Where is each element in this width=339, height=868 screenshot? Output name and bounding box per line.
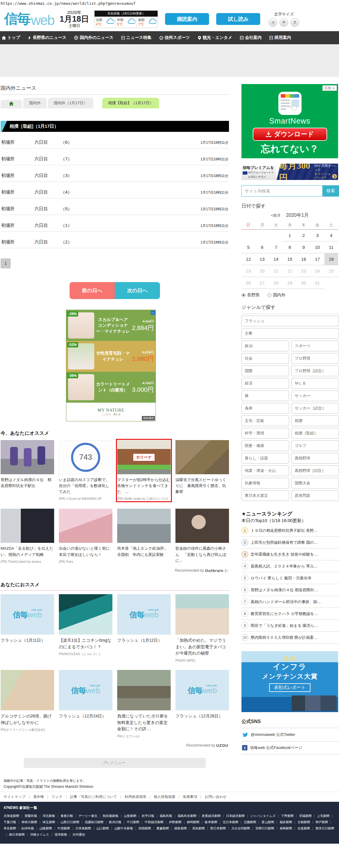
premium-banner-ad[interactable]: 信毎プレミアムを NTTグループカードで お支払いすると 毎月300円 20ケ月…	[242, 164, 338, 180]
newspaper-link[interactable]: 山形新聞	[124, 814, 136, 817]
genre-button[interactable]: 政治	[242, 341, 289, 351]
newspaper-link[interactable]: 中日新聞	[127, 820, 139, 824]
newspaper-link[interactable]: 大分合同新聞	[231, 827, 250, 830]
newspaper-link[interactable]: 南日本新聞	[9, 833, 25, 836]
newspaper-link[interactable]: 山口新聞	[96, 827, 109, 830]
calendar-date-13[interactable]: 13	[255, 253, 269, 265]
newspaper-link[interactable]: 日本海新聞	[75, 827, 91, 830]
ranking-item[interactable]: 2上田市が別所線鉄橋保有で調整 国の…	[242, 536, 339, 549]
calendar-date-9[interactable]: 9	[297, 241, 310, 253]
calendar-date-15[interactable]: 15	[283, 253, 296, 265]
newspaper-link[interactable]: 岐阜新聞	[205, 820, 217, 824]
newspaper-link[interactable]: 室蘭民報	[25, 814, 37, 817]
newspaper-link[interactable]: 秋田魁新報	[103, 814, 118, 817]
adchoices-icon[interactable]: ▷	[151, 311, 155, 315]
mynature-ad-row[interactable]: -36%カラートリートメント（白髪用）4,730円3,000円	[66, 372, 156, 403]
ranking-item[interactable]: 8教育実習生にセクハラ 小学校教諭を…	[242, 608, 339, 620]
newspaper-link[interactable]: 岩手日報	[142, 814, 154, 817]
newspaper-link[interactable]: 北海道新聞	[4, 814, 19, 817]
newspaper-link[interactable]: 福島民報	[160, 814, 172, 817]
footer-link[interactable]: リンク	[52, 795, 62, 799]
tab-1[interactable]: 国内外	[23, 98, 47, 108]
ranking-item[interactable]: 4新高校入試、２０２４年春から 導入…	[242, 560, 339, 572]
footer-link[interactable]: サイトマップ	[4, 795, 26, 799]
genre-button[interactable]: 原発問題	[291, 490, 339, 501]
genre-button[interactable]: 文化・芸能	[242, 415, 289, 426]
mynature-ad-row[interactable]: -52%女性用育毛剤・マイナチュレ6,226円2,980円	[66, 341, 156, 372]
genre-button[interactable]: スポーツ	[291, 341, 339, 351]
ranking-item[interactable]: 5ロウバイ 愛らしく 飯田・元善光寺	[242, 572, 339, 584]
newspaper-link[interactable]: 下野新聞	[281, 814, 293, 817]
newspaper-link[interactable]: 福島民友新聞	[177, 814, 196, 817]
smartnews-ad[interactable]: 広告 ∨ ☚ SmartNews ダウンロード 忘れてない？	[242, 84, 338, 158]
recommend-card[interactable]: 温暖化で台風スピードゆっくりに 暴風雨長引く懸念、気象研	[175, 440, 229, 501]
genre-button[interactable]: 地震・津波・火山	[242, 465, 289, 476]
genre-button[interactable]: サッカー	[291, 391, 339, 401]
page-number-1[interactable]: 1	[1, 258, 11, 269]
newspaper-link[interactable]: デーリー東北	[79, 814, 97, 817]
recommend-card[interactable]: 信毎信濃毎日新聞webフラッシュ（12月24日）	[59, 670, 112, 739]
calendar-date-4[interactable]: 4	[324, 229, 338, 241]
newspaper-link[interactable]: 山梨日日新聞	[60, 820, 79, 824]
newspaper-link[interactable]: 東奥日報	[60, 814, 73, 817]
genre-button[interactable]: 気象情報	[242, 478, 289, 489]
infra-maintenance-ad[interactable]: 第3回 インフラ メンテナンス大賞 表彰式レポート	[242, 651, 338, 712]
genre-button[interactable]: ゴルフ	[291, 440, 339, 451]
article-row[interactable]: 初場所六日目（1）1月17日18時11分	[1, 215, 229, 231]
calendar-date-3[interactable]: 3	[310, 229, 324, 241]
newspaper-link[interactable]: 埼玉新聞	[43, 820, 55, 824]
ranking-item[interactable]: 7高校のハンドボール部活中の事故、損…	[242, 596, 339, 608]
calendar-date-18[interactable]: 18	[324, 253, 338, 265]
newspaper-link[interactable]: 中国新聞	[57, 827, 70, 830]
calendar-date-8[interactable]: 8	[283, 241, 296, 253]
genre-button[interactable]: 相撲	[291, 415, 339, 426]
newspaper-link[interactable]: 産業経済新聞	[202, 814, 220, 817]
calendar-date-1[interactable]: 1	[283, 229, 296, 241]
genre-button[interactable]: フラッシュ	[242, 316, 339, 327]
ranking-item[interactable]: 6長野はメダル肉薄の４位 都道府県対…	[242, 584, 339, 596]
newspaper-link[interactable]: 日本経済新聞	[226, 814, 245, 817]
download-button[interactable]: ダウンロード	[253, 128, 327, 141]
nav-item-tourism-entertainment[interactable]: 観光・エンタメ	[198, 35, 232, 40]
genre-button[interactable]: 株	[242, 391, 289, 401]
newspaper-link[interactable]: 紀伊民報	[21, 827, 34, 830]
newspaper-link[interactable]: 山陰中央新報	[114, 827, 133, 830]
footer-link[interactable]: 利用推奨環境	[124, 795, 146, 799]
fontsize-option-1[interactable]: 中	[280, 18, 288, 27]
calendar-date-16[interactable]: 16	[297, 253, 310, 265]
ranking-item[interactable]: 10県内医師５０５人増目標 県が計画案…	[242, 631, 339, 644]
newspaper-link[interactable]: 西日本新聞	[210, 827, 226, 830]
article-row[interactable]: 初場所六日目（6）1月17日18時11分	[1, 132, 229, 149]
subscribe-button[interactable]: 購読案内	[165, 13, 209, 25]
recommend-card[interactable]: カリーナマスターが朝2時半から仕込む名物サンドイッチを食べてきた …(PR) R…	[117, 440, 171, 501]
recommend-card[interactable]: MAZDA「走る歓び」を伝えたい、情熱のメディア戦略(PR) ThinkCont…	[1, 509, 54, 563]
newspaper-link[interactable]: 奈良新聞	[4, 827, 16, 830]
newspaper-link[interactable]: 静岡新聞	[187, 820, 199, 824]
next-day-button[interactable]: 次の日へ	[115, 282, 160, 299]
recommend-card[interactable]: 負債になっていたボロ家を無料査定したら驚きの査定金額に！その詳…PR(イエウール…	[117, 670, 171, 739]
genre-button[interactable]: 相撲［取組］	[291, 428, 339, 439]
newspaper-link[interactable]: 徳島新聞	[174, 827, 187, 830]
calendar-date-10[interactable]: 10	[310, 241, 324, 253]
ranking-item[interactable]: 3定年退職後も生き生き 技術や経験を…	[242, 549, 339, 560]
ranking-item[interactable]: 1１９日の都道府県対抗男子駅伝 長野…	[242, 525, 339, 536]
newspaper-link[interactable]: 上毛新聞	[317, 814, 330, 817]
search-input[interactable]	[242, 185, 322, 196]
mynature-ad-row[interactable]: -29%スカルプ＆ヘア コンディショナー・マイナチュレ4,110円2,884円	[66, 310, 156, 341]
article-row[interactable]: 初場所六日目（5）1月17日18時11分	[1, 198, 229, 215]
newspaper-link[interactable]: 長崎新聞	[280, 827, 292, 830]
newspaper-link[interactable]: 高知新聞	[192, 827, 205, 830]
genre-button[interactable]: 主要	[242, 328, 339, 339]
recommend-card[interactable]: 出会いの場がないと嘆く前に本気で彼女ほしいなら！(PR) Pairs	[59, 509, 112, 563]
menu-collapse-bar[interactable]: メニュー	[24, 758, 206, 768]
newspaper-link[interactable]: 熊本日日新聞	[315, 827, 334, 830]
trial-read-button[interactable]: 試し読み	[216, 13, 260, 25]
region-radio-domestic[interactable]: 国内外	[267, 292, 285, 298]
newspaper-link[interactable]: 北日本新聞	[223, 820, 238, 824]
region-radio-nagano[interactable]: 長野県	[242, 292, 260, 298]
previous-day-button[interactable]: 前の日へ	[69, 282, 115, 299]
newspaper-link[interactable]: 河北新報	[43, 814, 55, 817]
newspaper-link[interactable]: ジャパンタイムズ	[250, 814, 276, 817]
ranking-item[interactable]: 9岡谷で「うなぎ給食」始まる 園児ら…	[242, 620, 339, 631]
recommend-card[interactable]: 歌会始の佳作に高森の小林さん 「足動くなら再び田んぼに」	[175, 509, 229, 563]
